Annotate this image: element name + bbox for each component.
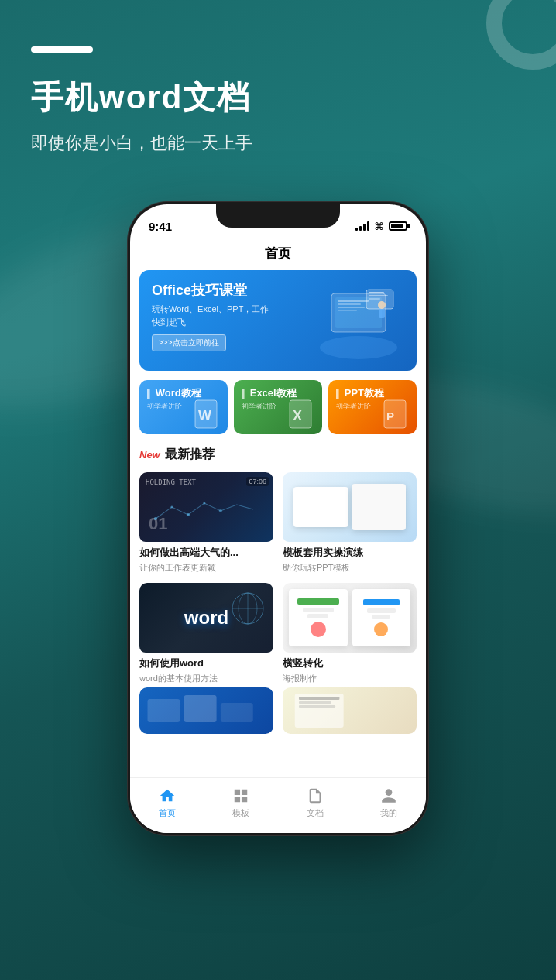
ppt-card-2: [352, 484, 407, 529]
new-badge: New: [139, 449, 160, 461]
nav-title: 首页: [130, 238, 426, 270]
item-4-title: 横竖转化: [283, 657, 417, 670]
nav-label-home: 首页: [159, 807, 176, 819]
svg-text:P: P: [386, 409, 394, 423]
content-item-2[interactable]: 模板套用实操演练 助你玩转PPT模板: [283, 472, 417, 574]
word-logo-thumb: word: [184, 607, 228, 629]
bottom-nav: 首页 模板: [130, 777, 426, 833]
partial-content-grid: [139, 687, 417, 734]
category-row: ▌ Word教程 初学者进阶 W: [139, 380, 417, 434]
ppt-card-1: [293, 487, 348, 527]
file-icon: [306, 786, 324, 805]
header-area: 手机word文档 即使你是小白，也能一天上手: [31, 46, 525, 155]
svg-rect-5: [338, 307, 365, 308]
ppt-cards-preview: [289, 478, 410, 536]
svg-rect-6: [338, 310, 357, 311]
svg-rect-10: [369, 298, 380, 300]
office-banner[interactable]: Office技巧课堂 玩转Word、Excel、PPT，工作快到起飞 >>>点击…: [139, 270, 417, 371]
user-icon: [379, 786, 398, 805]
item-2-title: 模板套用实操演练: [283, 547, 417, 560]
scroll-content[interactable]: Office技巧课堂 玩转Word、Excel、PPT，工作快到起飞 >>>点击…: [130, 270, 426, 833]
svg-rect-3: [338, 300, 369, 302]
nav-item-doc[interactable]: 文档: [278, 786, 352, 819]
banner-button[interactable]: >>>点击立即前往: [152, 334, 226, 351]
nav-label-mine: 我的: [380, 807, 397, 819]
section-header: New 最新推荐: [139, 447, 417, 463]
item-4-sub: 海报制作: [283, 673, 417, 684]
svg-rect-4: [338, 303, 361, 305]
svg-rect-30: [221, 703, 253, 722]
nav-label-template: 模板: [232, 807, 249, 819]
category-ppt[interactable]: ▌ PPT教程 初学者进阶 P: [328, 380, 417, 434]
content-item-6-partial: [283, 687, 417, 734]
content-item-5-partial: [139, 687, 273, 734]
thumb-2: [283, 472, 417, 542]
excel-icon-area: X: [287, 396, 317, 431]
wifi-icon: ⌘: [374, 221, 384, 232]
main-title: 手机word文档: [31, 76, 525, 119]
banner-illustration: [308, 278, 409, 363]
svg-rect-8: [369, 292, 384, 293]
header-bar-decoration: [31, 46, 93, 53]
item-2-sub: 助你玩转PPT模板: [283, 562, 417, 574]
phone-outer: 9:41 ⌘ 首页: [127, 201, 429, 836]
thumb-1: HOLDING TEXT 07:06 01: [139, 472, 273, 542]
svg-rect-33: [299, 701, 331, 704]
battery-icon: [389, 221, 407, 231]
thumb-3: word: [139, 583, 273, 653]
item-1-sub: 让你的工作表更新颖: [139, 562, 273, 574]
nav-item-mine[interactable]: 我的: [352, 786, 427, 819]
status-time: 9:41: [149, 220, 172, 233]
svg-point-0: [320, 336, 397, 359]
app-content: 首页 Office技巧课堂 玩转Word、Excel、PPT，工作快到起飞 >>…: [130, 238, 426, 833]
status-icons: ⌘: [355, 221, 407, 232]
ppt-icon-area: P: [381, 396, 412, 431]
svg-rect-12: [379, 309, 385, 318]
svg-rect-28: [147, 699, 180, 722]
content-item-1[interactable]: HOLDING TEXT 07:06 01: [139, 472, 273, 574]
category-word[interactable]: ▌ Word教程 初学者进阶 W: [139, 380, 228, 434]
content-item-4[interactable]: 横竖转化 海报制作: [283, 583, 417, 684]
sub-title: 即使你是小白，也能一天上手: [31, 132, 525, 155]
item-3-sub: word的基本使用方法: [139, 673, 273, 684]
item-1-title: 如何做出高端大气的...: [139, 547, 273, 560]
content-item-3[interactable]: word 如何使用word word的基本使用方法: [139, 583, 273, 684]
grid-icon: [232, 786, 250, 805]
svg-rect-29: [184, 695, 217, 722]
svg-rect-9: [369, 295, 388, 296]
category-excel[interactable]: ▌ Excel教程 初学者进阶 X: [234, 380, 322, 434]
svg-text:X: X: [293, 408, 302, 423]
word-icon-area: W: [192, 396, 223, 431]
svg-point-11: [378, 301, 386, 309]
partial-thumb-6: [283, 687, 417, 734]
home-icon: [158, 786, 177, 805]
partial-thumb-5: [139, 687, 273, 734]
phone-notch: [216, 204, 340, 228]
nav-item-home[interactable]: 首页: [130, 786, 204, 819]
signal-icon: [355, 221, 369, 231]
section-title: 最新推荐: [165, 447, 215, 463]
phone-inner: 9:41 ⌘ 首页: [130, 204, 426, 833]
item-3-title: 如何使用word: [139, 657, 273, 670]
banner-desc: 玩转Word、Excel、PPT，工作快到起飞: [152, 303, 276, 328]
svg-rect-32: [299, 697, 339, 700]
svg-text:W: W: [198, 408, 211, 423]
thumb-4: [283, 583, 417, 653]
svg-rect-34: [299, 705, 335, 708]
nav-label-doc: 文档: [307, 807, 324, 819]
content-grid: HOLDING TEXT 07:06 01: [139, 472, 417, 684]
nav-item-template[interactable]: 模板: [204, 786, 279, 819]
phone-wrapper: 9:41 ⌘ 首页: [127, 201, 429, 836]
